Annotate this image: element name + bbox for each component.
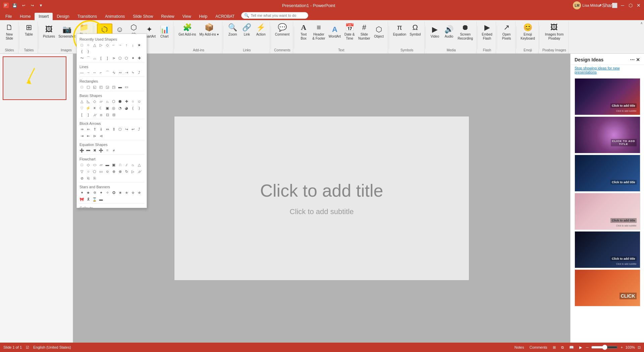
flow-or[interactable]: ⊗ (117, 168, 123, 174)
flow-extract[interactable]: △ (136, 162, 142, 168)
flow-manualop[interactable]: ⎘ (92, 175, 98, 181)
reading-view-button[interactable]: 📖 (568, 345, 575, 350)
rect-diag[interactable]: ▬ (117, 84, 123, 90)
notes-button[interactable]: Notes (513, 345, 526, 350)
eq-notequal[interactable]: ≠ (111, 147, 117, 153)
banner-curved[interactable]: 🎀 (79, 196, 85, 202)
action-button[interactable]: ⚡ Action (254, 22, 268, 38)
zoom-slider-minus[interactable]: ─ (586, 345, 589, 349)
star-4[interactable]: ✦ (79, 190, 85, 196)
shape-rtriangle[interactable]: ▷ (98, 42, 104, 48)
basic-heart[interactable]: ♡ (79, 105, 85, 111)
rect-snip2[interactable]: ◰ (98, 84, 104, 90)
blkarrow-quad[interactable]: ⬡ (117, 126, 123, 132)
tab-animations[interactable]: Animations (101, 13, 129, 20)
shape-arrow-up[interactable]: ↑ (123, 42, 129, 48)
blkarrow-uturn[interactable]: ↩ (130, 126, 136, 132)
blkarrow-striped[interactable]: ⇥ (79, 133, 85, 139)
eq-equals[interactable]: = (104, 147, 110, 153)
slide-sorter-button[interactable]: ⧉ (560, 345, 565, 350)
flow-sort[interactable]: ⏢ (130, 162, 136, 168)
tell-me-search[interactable]: 🔍 (241, 12, 308, 19)
rect-plain[interactable]: □ (79, 84, 85, 90)
basic-octagon[interactable]: ⬢ (117, 98, 123, 104)
star-5[interactable]: ★ (85, 190, 91, 196)
shape-brace-l[interactable]: { (79, 48, 85, 54)
audio-button[interactable]: 🔊 Audio (442, 24, 456, 40)
flow-delay[interactable]: ▷ (130, 168, 136, 174)
flow-multidoc[interactable]: ⎎ (123, 162, 129, 168)
shape-wave[interactable]: 〜 (79, 55, 85, 61)
blkarrow-notch[interactable]: ⇤ (85, 133, 91, 139)
emoji-keyboard-button[interactable]: 😊 EmojiKeyboard (519, 22, 536, 42)
basic-sun[interactable]: ☀ (92, 105, 98, 111)
design-panel-link[interactable]: Stop showing ideas for new presentations (571, 65, 644, 77)
basic-right-triangle[interactable]: ◺ (85, 98, 91, 104)
fit-slide-button[interactable]: ⊡ (638, 345, 641, 350)
eq-plus[interactable]: ➕ (79, 147, 85, 153)
basic-donut[interactable]: ◎ (111, 105, 117, 111)
shape-cross[interactable]: ✚ (136, 55, 142, 61)
design-panel-expand-icon[interactable]: ⋯ (630, 57, 635, 62)
flow-magnetic[interactable]: ⊘ (79, 175, 85, 181)
header-footer-button[interactable]: ≡ Header& Footer (311, 22, 326, 42)
table-button[interactable]: ⊞ Table (22, 22, 36, 38)
blkarrow-chevron[interactable]: ⊲ (98, 133, 104, 139)
close-button[interactable]: ✕ (636, 3, 641, 8)
flow-connector[interactable]: ○ (85, 168, 91, 174)
design-thumb-6[interactable]: CLICK (575, 269, 640, 306)
shape-bracket-r[interactable]: ] (104, 55, 110, 61)
screen-recording-button[interactable]: ⏺ ScreenRecording (457, 22, 475, 42)
tab-acrobat[interactable]: ACROBAT (211, 13, 238, 20)
shape-pentagon[interactable]: ⬠ (117, 55, 123, 61)
new-slide-button[interactable]: 🗋 NewSlide (3, 22, 16, 42)
design-thumb-4[interactable]: Click to add title Click to add subtitle (575, 193, 640, 230)
shape-triangle[interactable]: △ (92, 42, 98, 48)
blkarrow-up[interactable]: ⇑ (92, 126, 98, 132)
shape-chevron[interactable]: ⋗ (111, 55, 117, 61)
blkarrow-pentagon[interactable]: ⊳ (92, 133, 98, 139)
tab-design[interactable]: Design (53, 13, 73, 20)
banner-wave[interactable]: ⌛ (92, 196, 98, 202)
basic-parallelogram[interactable]: ▱ (98, 98, 104, 104)
basic-hexagon[interactable]: ⬡ (111, 98, 117, 104)
zoom-level[interactable]: 103% (626, 345, 635, 349)
flow-process[interactable]: □ (79, 162, 85, 168)
design-thumb-5[interactable]: Click to add title Click to add subtitle (575, 231, 640, 268)
comments-status-button[interactable]: Comments (528, 345, 548, 350)
basic-chord[interactable]: ◔ (117, 105, 123, 111)
undo-button[interactable]: ↩ (20, 2, 27, 9)
slide-title-placeholder[interactable]: Click to add title (260, 181, 383, 201)
blkarrow-curveup[interactable]: ⤴ (136, 126, 142, 132)
get-addins-button[interactable]: 🧩 Get Add-ins (177, 22, 197, 38)
customize-qat-button[interactable]: ▼ (38, 2, 44, 9)
wordart-button[interactable]: A WordArt (327, 24, 342, 40)
basic-brace-r[interactable]: } (136, 105, 142, 111)
line-straight[interactable]: — (79, 69, 85, 76)
tab-view[interactable]: View (178, 13, 195, 20)
design-thumb-2[interactable]: CLICK TO ADDTITLE (575, 116, 640, 153)
slideshow-button[interactable]: ▶ (578, 345, 583, 350)
banner-horiz[interactable]: ▬ (98, 196, 104, 202)
flow-predefproc[interactable]: ▬ (104, 162, 110, 168)
basic-pie[interactable]: ◕ (123, 105, 129, 111)
normal-view-button[interactable]: ⊞ (551, 345, 557, 350)
blkarrow-down[interactable]: ⇓ (98, 126, 104, 132)
date-time-button[interactable]: 📅 Date &Time (343, 22, 356, 42)
shape-bracket-l[interactable]: [ (98, 55, 104, 61)
pictures-button[interactable]: 🖼 Pictures (42, 24, 56, 40)
flow-loop[interactable]: ↻ (123, 168, 129, 174)
eq-divide[interactable]: ➗ (98, 147, 104, 153)
shape-starburst[interactable]: ✦ (130, 55, 136, 61)
flow-internalstore[interactable]: ▣ (111, 162, 117, 168)
flow-merge[interactable]: ▽ (79, 168, 85, 174)
flow-card[interactable]: ▭ (98, 168, 104, 174)
line-elbow-conn[interactable]: ⤴ (136, 69, 142, 76)
basic-cube[interactable]: ⧈ (98, 112, 104, 118)
flow-decision[interactable]: ◇ (85, 162, 91, 168)
star-6[interactable]: ✡ (92, 190, 98, 196)
my-addins-button[interactable]: 📦 My Add-ins ▾ (198, 22, 220, 38)
restore-button[interactable]: ⬡ (628, 3, 633, 8)
embed-flash-button[interactable]: ▶ EmbedFlash (480, 22, 494, 42)
tab-home[interactable]: Home (16, 13, 35, 20)
